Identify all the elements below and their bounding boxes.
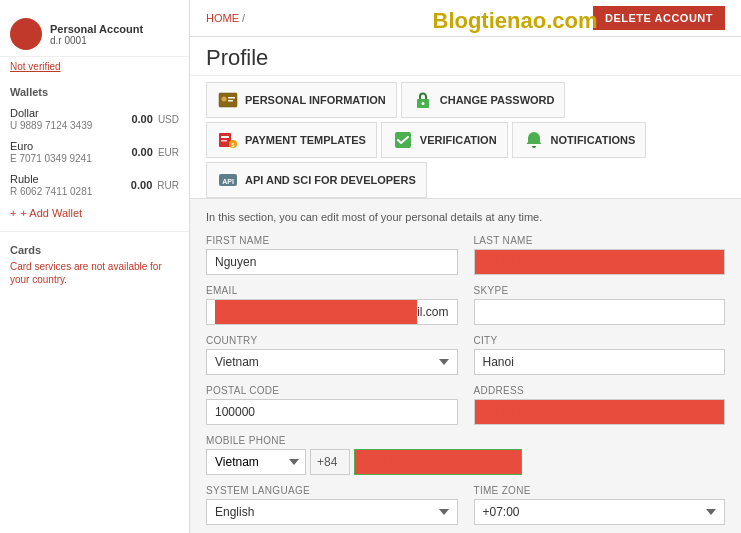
timezone-label: TIME ZONE	[474, 485, 726, 496]
wallet-euro-id: E 7071 0349 9241	[10, 153, 92, 164]
first-name-label: FIRST NAME	[206, 235, 458, 246]
watermark: Blogtienao.com	[432, 8, 597, 34]
wallet-euro: Euro E 7071 0349 9241 0.00 EUR	[0, 135, 189, 168]
phone-row: MOBILE PHONE Vietnam Russia USA +84	[206, 435, 725, 475]
breadcrumb-sep: /	[242, 12, 245, 24]
last-name-group: LAST NAME	[474, 235, 726, 275]
tab-verification[interactable]: VERIFICATION	[381, 122, 508, 158]
page-title: Profile	[206, 45, 725, 71]
lang-tz-row: SYSTEM LANGUAGE English Russian Vietname…	[206, 485, 725, 525]
skype-input[interactable]	[474, 299, 726, 325]
sidebar-divider	[0, 231, 189, 232]
id-card-icon	[217, 89, 239, 111]
svg-point-5	[421, 102, 424, 105]
page-title-bar: Profile	[190, 37, 741, 76]
tab-notifications-label: NOTIFICATIONS	[551, 134, 636, 146]
address-input[interactable]	[474, 399, 726, 425]
sidebar-username: Personal Account	[50, 23, 143, 35]
phone-input-group: Vietnam Russia USA +84	[206, 449, 522, 475]
city-group: CITY	[474, 335, 726, 375]
cards-note: Card services are not available for your…	[10, 260, 179, 286]
tab-payment-templates-label: PAYMENT TEMPLATES	[245, 134, 366, 146]
country-select[interactable]: Vietnam Russia USA	[206, 349, 458, 375]
wallet-dollar-id: U 9889 7124 3439	[10, 120, 92, 131]
city-input[interactable]	[474, 349, 726, 375]
wallet-euro-name: Euro	[10, 140, 33, 152]
last-name-label: LAST NAME	[474, 235, 726, 246]
bell-icon	[523, 129, 545, 151]
not-verified-link[interactable]: Not verified	[0, 57, 189, 76]
phone-placeholder-group	[538, 435, 725, 475]
tab-change-password-label: CHANGE PASSWORD	[440, 94, 555, 106]
skype-group: SKYPE	[474, 285, 726, 325]
svg-text:API: API	[222, 178, 234, 185]
tab-api-sci[interactable]: API API AND SCI FOR DEVELOPERS	[206, 162, 427, 198]
plus-icon: +	[10, 207, 16, 219]
wallet-euro-currency: EUR	[158, 147, 179, 158]
svg-point-1	[222, 97, 227, 102]
tab-personal-information[interactable]: PERSONAL INFORMATION	[206, 82, 397, 118]
country-group: COUNTRY Vietnam Russia USA	[206, 335, 458, 375]
topbar: HOME / Blogtienao.com DELETE ACCOUNT	[190, 0, 741, 37]
tab-change-password[interactable]: CHANGE PASSWORD	[401, 82, 566, 118]
postal-code-input[interactable]	[206, 399, 458, 425]
first-name-group: FIRST NAME	[206, 235, 458, 275]
postal-code-label: POSTAL CODE	[206, 385, 458, 396]
cards-title: Cards	[10, 244, 179, 256]
wallet-dollar: Dollar U 9889 7124 3439 0.00 USD	[0, 102, 189, 135]
add-wallet-button[interactable]: + + Add Wallet	[0, 201, 189, 225]
wallet-ruble-id: R 6062 7411 0281	[10, 186, 92, 197]
wallet-dollar-name: Dollar	[10, 107, 39, 119]
phone-number-input[interactable]	[354, 449, 522, 475]
form-note: In this section, you can edit most of yo…	[206, 211, 725, 223]
phone-country-select[interactable]: Vietnam Russia USA	[206, 449, 306, 475]
phone-code: +84	[310, 449, 350, 475]
language-select[interactable]: English Russian Vietnamese	[206, 499, 458, 525]
wallet-dollar-amount: 0.00	[131, 113, 152, 125]
tab-personal-information-label: PERSONAL INFORMATION	[245, 94, 386, 106]
sidebar-header: Personal Account d.r 0001	[0, 10, 189, 57]
skype-label: SKYPE	[474, 285, 726, 296]
tab-payment-templates[interactable]: $ PAYMENT TEMPLATES	[206, 122, 377, 158]
last-name-input[interactable]	[474, 249, 726, 275]
verify-icon	[392, 129, 414, 151]
wallet-ruble: Ruble R 6062 7411 0281 0.00 RUR	[0, 168, 189, 201]
email-row: EMAIL ■■■■■■■■■■■ il.com SKYPE	[206, 285, 725, 325]
country-row: COUNTRY Vietnam Russia USA CITY	[206, 335, 725, 375]
svg-rect-0	[219, 93, 237, 107]
city-label: CITY	[474, 335, 726, 346]
api-icon: API	[217, 169, 239, 191]
country-label: COUNTRY	[206, 335, 458, 346]
wallet-ruble-name: Ruble	[10, 173, 39, 185]
address-group: ADDRESS	[474, 385, 726, 425]
wallet-ruble-amount: 0.00	[131, 179, 152, 191]
wallets-section-title: Wallets	[0, 76, 189, 102]
svg-rect-7	[221, 136, 229, 138]
delete-account-button[interactable]: DELETE ACCOUNT	[593, 6, 725, 30]
email-label: EMAIL	[206, 285, 458, 296]
header-wrapper: HOME / Blogtienao.com DELETE ACCOUNT Pro…	[190, 0, 741, 199]
email-suffix: il.com	[417, 305, 448, 319]
breadcrumb-home[interactable]: HOME	[206, 12, 239, 24]
tab-verification-label: VERIFICATION	[420, 134, 497, 146]
lock-icon	[412, 89, 434, 111]
sidebar: Personal Account d.r 0001 Not verified W…	[0, 0, 190, 533]
timezone-group: TIME ZONE +07:00 +00:00 +01:00 +05:30 +0…	[474, 485, 726, 525]
language-group: SYSTEM LANGUAGE English Russian Vietname…	[206, 485, 458, 525]
wallet-euro-amount: 0.00	[131, 146, 152, 158]
wallet-dollar-currency: USD	[158, 114, 179, 125]
postal-code-group: POSTAL CODE	[206, 385, 458, 425]
cards-section: Cards Card services are not available fo…	[0, 238, 189, 292]
breadcrumb: HOME /	[206, 12, 245, 24]
sidebar-account-id: d.r 0001	[50, 35, 143, 46]
postal-row: POSTAL CODE ADDRESS	[206, 385, 725, 425]
add-wallet-label: + Add Wallet	[20, 207, 82, 219]
tab-api-sci-label: API AND SCI FOR DEVELOPERS	[245, 174, 416, 186]
language-label: SYSTEM LANGUAGE	[206, 485, 458, 496]
timezone-select[interactable]: +07:00 +00:00 +01:00 +05:30 +08:00	[474, 499, 726, 525]
form-area: In this section, you can edit most of yo…	[190, 199, 741, 533]
first-name-input[interactable]	[206, 249, 458, 275]
tab-notifications[interactable]: NOTIFICATIONS	[512, 122, 647, 158]
avatar	[10, 18, 42, 50]
phone-group: MOBILE PHONE Vietnam Russia USA +84	[206, 435, 522, 475]
